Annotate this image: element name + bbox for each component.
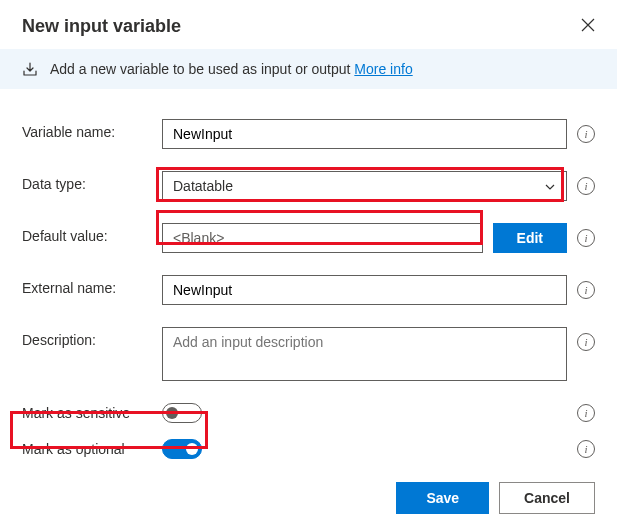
data-type-value: Datatable <box>173 178 233 194</box>
toggle-knob <box>186 443 198 455</box>
info-icon[interactable]: i <box>577 440 595 458</box>
external-name-input[interactable] <box>162 275 567 305</box>
label-data-type: Data type: <box>22 171 162 192</box>
variable-name-input[interactable] <box>162 119 567 149</box>
label-mark-optional: Mark as optional <box>22 441 162 457</box>
label-description: Description: <box>22 327 162 348</box>
data-type-select[interactable]: Datatable <box>162 171 567 201</box>
chevron-down-icon <box>544 180 556 192</box>
banner-text: Add a new variable to be used as input o… <box>50 61 350 77</box>
edit-button[interactable]: Edit <box>493 223 567 253</box>
description-input[interactable] <box>162 327 567 381</box>
info-icon[interactable]: i <box>577 281 595 299</box>
info-banner: Add a new variable to be used as input o… <box>0 49 617 89</box>
info-icon[interactable]: i <box>577 229 595 247</box>
default-value-display: <Blank> <box>162 223 483 253</box>
info-icon[interactable]: i <box>577 404 595 422</box>
info-icon[interactable]: i <box>577 177 595 195</box>
info-icon[interactable]: i <box>577 125 595 143</box>
mark-optional-toggle[interactable] <box>162 439 202 459</box>
cancel-button[interactable]: Cancel <box>499 482 595 514</box>
label-mark-sensitive: Mark as sensitive <box>22 405 162 421</box>
label-external-name: External name: <box>22 275 162 296</box>
close-button[interactable] <box>577 14 599 39</box>
label-variable-name: Variable name: <box>22 119 162 140</box>
dialog-title: New input variable <box>22 16 181 37</box>
close-icon <box>581 20 595 35</box>
info-icon[interactable]: i <box>577 333 595 351</box>
toggle-knob <box>166 407 178 419</box>
more-info-link[interactable]: More info <box>354 61 412 77</box>
save-button[interactable]: Save <box>396 482 489 514</box>
mark-sensitive-toggle[interactable] <box>162 403 202 423</box>
label-default-value: Default value: <box>22 223 162 244</box>
import-icon <box>22 61 38 77</box>
